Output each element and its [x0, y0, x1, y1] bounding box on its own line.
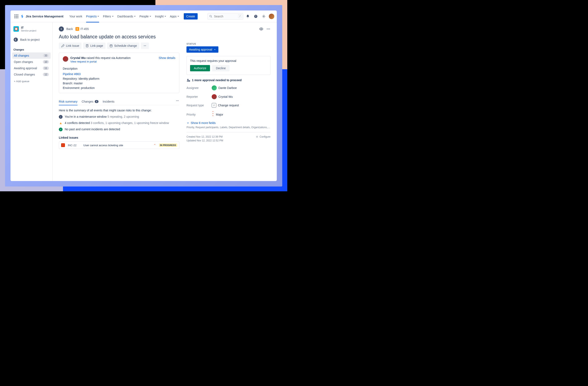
nav-filters[interactable]: Filters: [101, 13, 115, 19]
requester-avatar: [63, 56, 68, 62]
queue-closed-changes[interactable]: Closed changes12: [12, 71, 51, 77]
chevron-down-icon: [177, 16, 179, 17]
svg-point-0: [210, 15, 211, 17]
requester-suffix: raised this request via Automation: [86, 56, 131, 59]
priority-value[interactable]: ⌃⌃⌃Major: [212, 111, 271, 117]
status-dropdown[interactable]: Awaiting approval: [187, 46, 218, 53]
nav-projects[interactable]: Projects: [84, 13, 101, 19]
risk-conflicts: ▲ 4 conflicts detected 3 conflicts, 1 up…: [59, 121, 179, 125]
watch-button[interactable]: [259, 27, 263, 31]
nav-insight[interactable]: Insight: [153, 13, 168, 19]
tab-menu-button[interactable]: [176, 99, 179, 104]
nav-people[interactable]: People: [138, 13, 153, 19]
major-priority-icon: ⌃⌃⌃: [212, 111, 214, 117]
info-icon: i: [59, 115, 63, 119]
svg-point-20: [176, 100, 177, 101]
request-type-value[interactable]: Change request: [212, 103, 271, 108]
linked-issue-row[interactable]: ! INC-22 User cannot access ticketing si…: [59, 141, 179, 149]
back-to-project[interactable]: Back to project: [12, 36, 51, 44]
approval-text: This request requires your approval: [190, 59, 267, 62]
chevron-down-icon: [112, 16, 114, 17]
svg-line-1: [211, 17, 212, 18]
queue-awaiting-approval[interactable]: Awaiting approval11: [12, 65, 51, 71]
reporter-value[interactable]: Crystal Wu: [212, 94, 271, 99]
assignee-value[interactable]: Dante Darboe: [212, 85, 271, 90]
risk-incidents: ✓ No past and current incidents are dete…: [59, 128, 179, 131]
queue-all-changes[interactable]: All changes33: [12, 52, 51, 59]
issue-title: Auto load balance update on access servi…: [59, 34, 271, 40]
status-label: STATUS: [187, 43, 271, 45]
check-icon: ✓: [59, 128, 63, 131]
view-in-portal-link[interactable]: View request in portal: [70, 60, 159, 63]
linked-issue-key: INC-22: [68, 144, 81, 147]
tab-incidents[interactable]: Incidents: [103, 98, 114, 105]
risk-maintenance-window: i You're in a maintenance window 5 repea…: [59, 115, 179, 119]
back-label[interactable]: Back: [66, 27, 73, 31]
svg-point-21: [177, 100, 178, 101]
nav-apps[interactable]: Apps: [168, 13, 181, 19]
linked-issue-title: User cannot access ticketing site: [83, 144, 150, 147]
risk-summary-intro: Here is the summary of all events that m…: [59, 109, 179, 112]
calendar-icon: [109, 44, 113, 47]
app-switcher[interactable]: [13, 13, 20, 20]
more-quick-actions[interactable]: [141, 43, 149, 49]
created-date: Created Nov 12, 2022 12:39 PM: [187, 135, 223, 138]
link-page-button[interactable]: Link page: [83, 43, 105, 49]
link-icon: [61, 44, 64, 47]
create-button[interactable]: Create: [184, 13, 198, 19]
tab-risk-summary[interactable]: Risk summary: [59, 98, 78, 105]
svg-rect-13: [110, 45, 112, 47]
search-input[interactable]: [208, 13, 243, 20]
help-button[interactable]: ?: [252, 13, 259, 20]
nav-dashboards[interactable]: Dashboards: [116, 13, 138, 19]
changes-count-badge: 4: [95, 100, 99, 103]
description-heading: Description: [63, 67, 175, 70]
sidebar-section-changes: Changes: [12, 47, 51, 52]
more-icon: [176, 99, 179, 103]
link-issue-button[interactable]: Link Issue: [59, 43, 82, 49]
description-branch: Branch: master: [63, 82, 175, 85]
description-env: Environment: production: [63, 86, 175, 90]
queue-open-changes[interactable]: Open changes10: [12, 59, 51, 65]
priority-label: Priority: [187, 113, 212, 116]
chevron-down-icon: [134, 16, 136, 17]
product-name: Jira Service Management: [26, 15, 63, 18]
decline-button[interactable]: Decline: [212, 65, 230, 71]
more-fields-hint: Priority, Request participants, Labels, …: [187, 126, 271, 129]
eye-icon: [259, 27, 263, 31]
more-icon: [143, 44, 147, 47]
chevron-down-icon: [149, 16, 151, 17]
jira-icon: [21, 15, 24, 18]
request-type-label: Request type: [187, 104, 212, 107]
project-icon: [13, 26, 19, 32]
svg-point-5: [14, 38, 18, 42]
configure-button[interactable]: Configure: [255, 135, 271, 138]
svg-point-8: [268, 29, 269, 29]
tab-changes[interactable]: Changes4: [82, 98, 99, 105]
add-queue[interactable]: + Add queue: [12, 77, 51, 85]
show-more-fields[interactable]: Show 8 more fields: [187, 121, 271, 125]
svg-point-25: [257, 136, 257, 137]
nav-your-work[interactable]: Your work: [68, 13, 84, 19]
notifications-button[interactable]: [244, 13, 251, 20]
project-header[interactable]: IT Service project: [12, 25, 51, 35]
svg-point-17: [144, 45, 144, 46]
profile-avatar[interactable]: [269, 14, 274, 19]
breadcrumb-issue[interactable]: IT-455: [75, 27, 89, 31]
product-logo[interactable]: Jira Service Management: [21, 15, 63, 18]
more-actions-button[interactable]: [266, 27, 271, 31]
priority-high-icon: ⌃: [153, 143, 156, 147]
chevron-down-icon: [214, 48, 216, 51]
pipeline-link[interactable]: Pipeline #863: [63, 72, 81, 76]
bell-icon: [246, 15, 250, 18]
more-icon: [266, 27, 271, 31]
settings-button[interactable]: [260, 13, 267, 20]
svg-point-7: [267, 29, 268, 29]
linked-issue-status: IN PROGRESS: [159, 143, 177, 147]
authorize-button[interactable]: Authorize: [190, 65, 210, 71]
back-button[interactable]: [59, 26, 64, 32]
show-details-link[interactable]: Show details: [159, 56, 175, 59]
reporter-label: Reporter: [187, 95, 212, 98]
schedule-change-button[interactable]: Schedule change: [107, 43, 139, 49]
chevron-down-icon: [97, 16, 99, 17]
